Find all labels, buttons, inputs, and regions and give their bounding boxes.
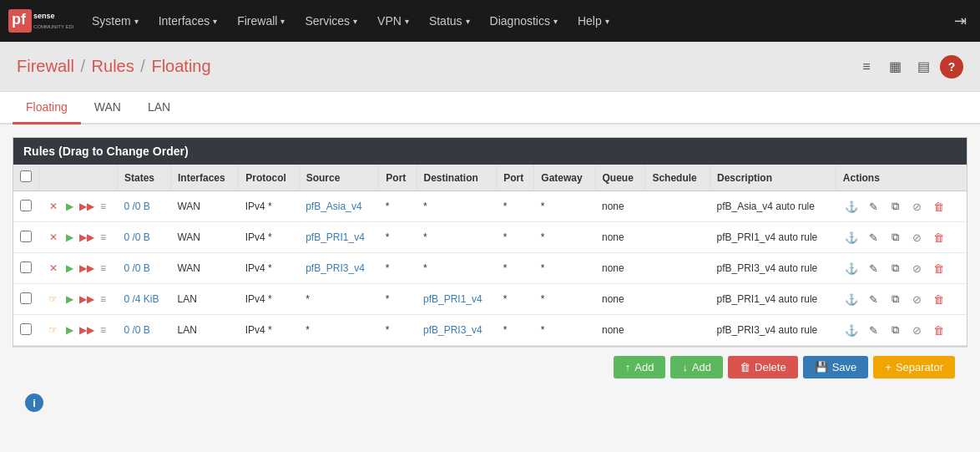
add-up-button[interactable]: ↑ Add [614,356,666,378]
nav-diagnostics[interactable]: Diagnostics ▾ [480,0,568,42]
delete-icon[interactable]: 🗑 [929,321,947,339]
nav-services[interactable]: Services ▾ [295,0,367,42]
delete-icon[interactable]: 🗑 [929,197,947,216]
row-checkbox-cell [13,315,39,346]
rule-list-icon: ≡ [96,261,111,276]
edit-icon[interactable]: ✎ [864,290,882,308]
rule-block-icon: ✕ [46,230,61,245]
col-gateway: Gateway [534,165,595,191]
nav-firewall[interactable]: Firewall ▾ [227,0,295,42]
states-cell[interactable]: 0 /0 B [118,222,171,253]
nav-status[interactable]: Status ▾ [419,0,480,42]
schedule-cell [645,284,710,315]
copy-icon[interactable]: ⧉ [886,259,904,277]
gateway-cell: * [534,191,595,222]
table-icon[interactable]: ▤ [912,55,935,79]
source-cell[interactable]: pfB_PRI1_v4 [299,222,379,253]
disable-icon[interactable]: ⊘ [907,259,926,277]
delete-icon[interactable]: 🗑 [929,290,947,308]
dest-cell[interactable]: pfB_PRI1_v4 [417,284,497,315]
logout-icon[interactable]: ⇥ [947,12,973,30]
rule-list-icon: ≡ [96,292,111,307]
nav-vpn[interactable]: VPN ▾ [367,0,419,42]
row-checkbox[interactable] [20,200,32,211]
info-icon[interactable]: i [25,394,43,412]
actions-cell: ⚓ ✎ ⧉ ⊘ 🗑 [836,191,967,222]
col-states: States [118,165,171,191]
row-checkbox[interactable] [20,231,32,242]
disable-icon[interactable]: ⊘ [907,321,926,339]
copy-icon[interactable]: ⧉ [886,228,904,246]
tab-floating[interactable]: Floating [13,92,81,124]
edit-icon[interactable]: ✎ [864,228,882,246]
copy-icon[interactable]: ⧉ [886,321,904,339]
source-cell[interactable]: pfB_Asia_v4 [299,191,379,222]
row-checkbox-cell [13,222,39,253]
anchor-icon[interactable]: ⚓ [842,290,861,308]
select-all-checkbox[interactable] [20,170,32,182]
rule-play-icon: ▶ [63,261,78,276]
add-down-button[interactable]: ↓ Add [670,356,723,378]
nav-help[interactable]: Help ▾ [568,0,619,42]
disable-icon[interactable]: ⊘ [907,228,926,246]
gateway-cell: * [534,253,595,284]
help-icon[interactable]: ? [940,55,963,79]
brand: pf sense COMMUNITY EDITION [7,6,73,36]
delete-icon[interactable]: 🗑 [929,228,947,246]
rule-block-icon: ✕ [46,261,61,276]
description-cell: pfB_Asia_v4 auto rule [710,191,836,222]
anchor-icon[interactable]: ⚓ [842,228,861,246]
description-cell: pfB_PRI3_v4 auto rule [710,253,836,284]
bar-chart-icon[interactable]: ▦ [883,55,907,79]
schedule-cell [645,253,710,284]
edit-icon[interactable]: ✎ [864,321,882,339]
states-cell[interactable]: 0 /0 B [118,315,171,346]
gateway-cell: * [534,222,595,253]
nav-system[interactable]: System ▾ [82,0,149,42]
separator-button[interactable]: + Separator [873,356,955,378]
col-description: Description [710,165,836,191]
actions-cell: ⚓ ✎ ⧉ ⊘ 🗑 [836,253,967,284]
disable-icon[interactable]: ⊘ [907,290,926,308]
schedule-cell [645,191,710,222]
delete-trash-icon: 🗑 [740,361,750,373]
states-cell[interactable]: 0 /0 B [118,191,171,222]
col-queue: Queue [595,165,645,191]
rule-fast-forward-icon: ▶▶ [79,230,94,245]
edit-icon[interactable]: ✎ [864,259,882,277]
table-row: ☞ ▶ ▶▶ ≡ 0 /4 KiB LAN IPv4 * * * pfB_PRI… [13,284,967,315]
sliders-icon[interactable]: ≡ [855,55,878,79]
anchor-icon[interactable]: ⚓ [842,259,861,277]
tab-lan[interactable]: LAN [134,92,184,124]
row-checkbox[interactable] [20,262,32,273]
save-button[interactable]: 💾 Save [803,356,869,378]
edit-icon[interactable]: ✎ [864,197,882,216]
states-cell[interactable]: 0 /4 KiB [118,284,171,315]
tab-wan[interactable]: WAN [81,92,134,124]
row-checkbox-cell [13,191,39,222]
copy-icon[interactable]: ⧉ [886,290,904,308]
disable-icon[interactable]: ⊘ [907,197,926,216]
row-checkbox[interactable] [20,292,32,304]
rule-play-icon: ▶ [63,230,78,245]
dest-cell: * [417,253,497,284]
actions-cell: ⚓ ✎ ⧉ ⊘ 🗑 [836,284,967,315]
source-cell[interactable]: pfB_PRI3_v4 [299,253,379,284]
svg-text:sense: sense [33,12,55,20]
nav-interfaces[interactable]: Interfaces ▾ [149,0,227,42]
states-cell[interactable]: 0 /0 B [118,253,171,284]
delete-icon[interactable]: 🗑 [929,259,947,277]
table-row: ☞ ▶ ▶▶ ≡ 0 /0 B LAN IPv4 * * * pfB_PRI3_… [13,315,967,346]
breadcrumb-rules[interactable]: Rules [92,57,134,75]
copy-icon[interactable]: ⧉ [886,197,904,216]
anchor-icon[interactable]: ⚓ [842,197,861,216]
queue-cell: none [595,315,645,346]
row-checkbox[interactable] [20,323,32,335]
protocol-cell: IPv4 * [239,191,299,222]
dest-cell[interactable]: pfB_PRI3_v4 [417,315,497,346]
col-rule-icons [39,165,118,191]
breadcrumb-firewall[interactable]: Firewall [17,57,74,75]
delete-button[interactable]: 🗑 Delete [728,356,798,378]
add-down-arrow-icon: ↓ [682,361,688,373]
anchor-icon[interactable]: ⚓ [842,321,861,339]
